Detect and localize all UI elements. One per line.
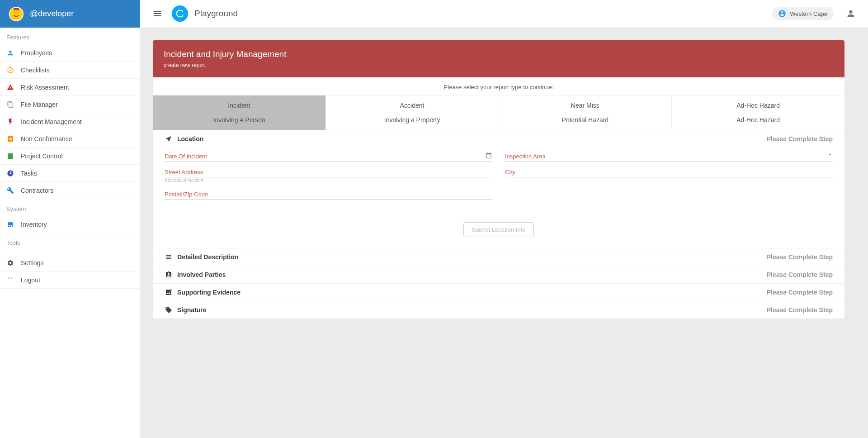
clipboard-icon <box>6 152 14 160</box>
step-parties-header[interactable]: Involved Parties Please Complete Step <box>153 266 844 283</box>
nav-contractors[interactable]: Contractors <box>0 182 140 199</box>
submit-location-button[interactable]: Submit Location Info <box>463 222 534 237</box>
inventory-icon <box>6 220 14 229</box>
type-title: Near Miss <box>503 102 668 109</box>
type-sub: Involving a Property <box>330 116 495 124</box>
nav-label: Non Conformance <box>21 135 72 143</box>
dropdown-icon[interactable] <box>827 152 833 157</box>
nav-label: File Manager <box>21 101 58 108</box>
nav-checklists[interactable]: Checklists <box>0 62 140 79</box>
step-status: Please Complete Step <box>767 253 833 261</box>
step-evidence-header[interactable]: Supporting Evidence Please Complete Step <box>153 284 844 301</box>
region-chip[interactable]: Western Cape <box>772 7 834 20</box>
location-icon <box>165 135 173 143</box>
step-description: Detailed Description Please Complete Ste… <box>153 248 844 266</box>
nav-label: Settings <box>21 259 44 267</box>
zip-field[interactable]: Postatl/Zip Code <box>165 189 492 200</box>
nav-files[interactable]: File Manager <box>0 96 140 113</box>
file-icon <box>6 100 14 109</box>
step-title: Detailed Description <box>177 253 238 261</box>
field-helper: Address of Incident <box>165 178 203 183</box>
city-field[interactable]: City <box>505 167 833 177</box>
type-title: Incident <box>156 102 322 109</box>
type-title: Ad-Hoc Hazard <box>675 102 841 109</box>
step-signature: Signature Please Complete Step <box>153 301 844 319</box>
field-label: Postatl/Zip Code <box>165 191 492 198</box>
type-accident[interactable]: Accident Involving a Property <box>326 95 499 130</box>
field-label: City <box>505 169 833 176</box>
parties-icon <box>165 271 173 279</box>
step-description-header[interactable]: Detailed Description Please Complete Ste… <box>153 248 844 266</box>
step-parties: Involved Parties Please Complete Step <box>153 266 844 284</box>
nav-features: Employees Checklists Risk Assessment Fil… <box>0 44 140 199</box>
account-circle-icon <box>778 10 786 18</box>
app-logo <box>172 5 188 22</box>
svg-rect-5 <box>14 8 19 10</box>
nav-project[interactable]: Project Control <box>0 148 140 165</box>
nav-settings[interactable]: Settings <box>0 254 140 271</box>
clock-icon <box>6 169 14 177</box>
card-subtitle: create new report <box>164 62 834 68</box>
topbar: Playground Western Cape <box>140 0 868 28</box>
username-label: @developer <box>30 9 74 19</box>
step-signature-header[interactable]: Signature Please Complete Step <box>153 301 844 319</box>
wrench-icon <box>6 186 14 195</box>
account-button[interactable] <box>844 7 857 20</box>
nav-label: Project Control <box>21 152 63 160</box>
step-location-header[interactable]: Location Please Complete Step <box>153 130 844 148</box>
evidence-icon <box>165 288 173 296</box>
type-adhoc[interactable]: Ad-Hoc Hazard Ad-Hoc Hazard <box>672 95 844 130</box>
description-icon <box>165 253 173 261</box>
step-location: Location Please Complete Step Date Of In… <box>153 130 844 248</box>
nav-tools: Settings Logout <box>0 254 140 289</box>
nav-logout[interactable]: Logout <box>0 271 140 289</box>
settings-icon <box>6 259 14 267</box>
nav-nonconformance[interactable]: Non Conformance <box>0 130 140 148</box>
nav-label: Tasks <box>21 170 37 177</box>
chart-icon <box>6 135 14 143</box>
nav-label: Inventory <box>21 221 47 228</box>
date-of-incident-field[interactable]: Date Of Incident <box>165 151 492 162</box>
type-sub: Ad-Hoc Hazard <box>675 116 841 124</box>
instruction-text: Please select your report type to contin… <box>153 77 844 95</box>
nav-label: Risk Assessment <box>21 84 69 91</box>
section-features-label: Features <box>0 28 140 44</box>
report-card: Incident and Injury Management create ne… <box>153 40 844 319</box>
card-header: Incident and Injury Management create ne… <box>153 40 844 77</box>
type-incident[interactable]: Incident Involving A Person <box>153 95 326 130</box>
region-label: Western Cape <box>790 10 827 17</box>
step-title: Location <box>177 135 203 143</box>
calendar-icon[interactable] <box>485 152 492 159</box>
street-address-field[interactable]: Street Address Address of Incident <box>165 167 492 177</box>
sidebar-header: @developer <box>0 0 140 28</box>
card-title: Incident and Injury Management <box>164 49 834 59</box>
nav-tasks[interactable]: Tasks <box>0 165 140 182</box>
content: Incident and Injury Management create ne… <box>140 28 868 438</box>
type-nearmiss[interactable]: Near Miss Potential Hazard <box>499 95 672 130</box>
nav-label: Checklists <box>21 67 50 74</box>
nav-inventory[interactable]: Inventory <box>0 216 140 233</box>
nav-label: Contractors <box>21 187 53 194</box>
field-label: Date Of Incident <box>165 153 492 160</box>
step-location-body: Date Of Incident Inspection Area Street … <box>153 148 844 248</box>
svg-point-8 <box>182 14 183 16</box>
step-title: Signature <box>177 306 207 314</box>
step-title: Involved Parties <box>177 271 226 278</box>
nav-label: Logout <box>21 276 40 284</box>
menu-button[interactable] <box>151 7 164 20</box>
main-area: Playground Western Cape Incident and Inj… <box>140 0 868 438</box>
nav-risk[interactable]: Risk Assessment <box>0 79 140 96</box>
inspection-area-field[interactable]: Inspection Area <box>505 151 833 162</box>
fingerprint-icon <box>6 276 14 284</box>
field-label: Street Address <box>165 169 492 176</box>
step-title: Supporting Evidence <box>177 289 241 296</box>
app-title: Playground <box>194 9 238 19</box>
report-type-selector: Incident Involving A Person Accident Inv… <box>153 95 844 130</box>
nav-employees[interactable]: Employees <box>0 44 140 62</box>
type-sub: Involving A Person <box>156 116 322 124</box>
nav-incident[interactable]: Incident Management <box>0 113 140 130</box>
step-evidence: Supporting Evidence Please Complete Step <box>153 284 844 301</box>
checklist-icon <box>6 66 14 74</box>
field-label: Inspection Area <box>505 153 833 160</box>
type-title: Accident <box>330 102 495 109</box>
